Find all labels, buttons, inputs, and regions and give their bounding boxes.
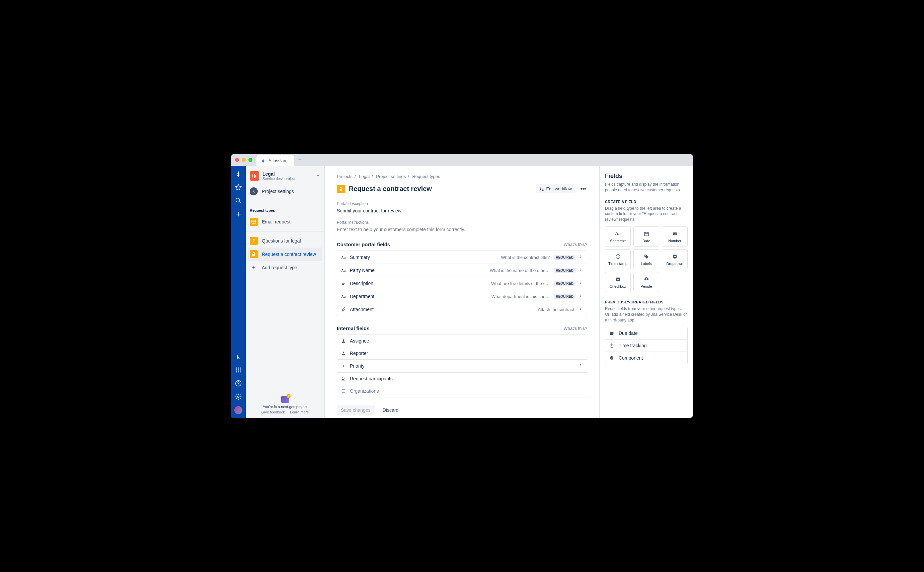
field-type-checkbox[interactable]: Checkbox [605,272,631,292]
breadcrumb: Projects/ Legal/ Project settings/ Reque… [337,174,587,179]
sidebar-contract-review[interactable]: Request a contract review [248,247,323,261]
give-feedback-link[interactable]: Give feedback [262,410,285,414]
prev-field-row[interactable]: Due date [605,327,687,339]
customer-fields-list: Aa Summary What is the contract title? R… [337,250,587,316]
project-name: Legal [262,171,312,177]
star-icon[interactable] [234,183,242,191]
prev-field-row[interactable]: Time tracking [605,339,687,352]
whats-this-link[interactable]: What's this? [564,326,587,331]
portal-description-text[interactable]: Submit your contract for review. [337,208,587,213]
field-type-date[interactable]: Date [633,227,659,247]
jira-logo-icon[interactable] [234,170,242,178]
svg-point-51 [610,345,613,348]
person-icon [341,339,347,343]
prev-field-row[interactable]: Component [605,352,687,364]
minimize-window-button[interactable] [242,158,246,162]
prev-field-name: Component [619,355,643,361]
field-row[interactable]: Attachment Attach the contract [337,303,587,316]
svg-point-44 [645,255,646,256]
notifications-icon[interactable] [234,353,242,361]
settings-icon[interactable] [234,393,242,401]
prev-field-name: Time tracking [619,343,647,348]
page-title: Request a contract review [349,185,532,193]
create-icon[interactable] [234,210,242,218]
field-row[interactable]: Aa Department What department is this co… [337,290,587,303]
field-row[interactable]: Assignee [337,335,587,347]
field-type-people[interactable]: People [633,272,659,292]
field-type-short-text[interactable]: Aa Short text [605,227,631,247]
sidebar-email-request[interactable]: Email request [246,215,324,228]
field-row[interactable]: Request participants [337,373,587,385]
maximize-window-button[interactable] [248,158,252,162]
field-name: Request participants [350,376,393,381]
field-type-timestamp[interactable]: Time stamp [605,249,631,269]
sidebar-questions-legal[interactable]: ? Questions for legal [246,234,324,247]
action-buttons: Save changes Discard [337,401,587,416]
sidebar-add-request-type[interactable]: Add request type [246,261,324,274]
svg-rect-50 [610,332,614,333]
crumb-legal[interactable]: Legal [359,174,369,179]
portal-description-label: Portal description [337,201,587,206]
crumb-types[interactable]: Request types [412,174,440,179]
internal-fields-list: Assignee Reporter Priority Reques [337,334,587,397]
people-icon [341,376,347,381]
sidebar-item-label: Questions for legal [262,238,301,244]
clock-icon [607,253,629,260]
sidebar-project-settings[interactable]: Project settings [246,185,324,198]
svg-point-8 [238,369,239,370]
project-switcher[interactable]: Legal Service desk project [246,166,324,185]
field-type-labels[interactable]: Labels [633,249,659,269]
crumb-settings[interactable]: Project settings [376,174,406,179]
portal-instructions-placeholder[interactable]: Enter text to help your customers comple… [337,227,587,232]
field-type-number[interactable]: 123 Number [662,227,688,247]
nextgen-label: You're in a next-gen project [250,405,320,409]
sidebar-item-label: Email request [262,219,291,224]
field-help: What department is this con… [480,294,554,299]
field-row[interactable]: Aa Party Name What is the name of the ot… [337,264,587,277]
new-tab-button[interactable]: + [298,157,302,163]
field-row[interactable]: Aa Summary What is the contract title? R… [337,251,587,264]
save-button[interactable]: Save changes [337,406,375,415]
svg-rect-24 [340,189,342,190]
field-type-label: People [635,284,658,288]
svg-rect-18 [256,175,256,178]
request-types-header: Request types [246,204,324,215]
field-row[interactable]: Description What are the details of the … [337,277,587,290]
panel-description: Fields capture and display the informati… [605,182,688,193]
page-title-row: Request a contract review Edit workflow … [337,184,587,193]
chevron-right-icon [578,363,583,369]
field-name: Reporter [350,351,387,356]
field-row[interactable]: Reporter [337,347,587,360]
portal-instructions-label: Portal instructions [337,220,587,225]
chevron-down-icon [316,173,320,179]
svg-point-5 [238,368,239,368]
whats-this-link[interactable]: What's this? [564,242,587,247]
attachment-icon [341,307,347,312]
more-actions-button[interactable]: ••• [579,185,587,193]
crumb-projects[interactable]: Projects [337,174,352,179]
field-row[interactable]: Priority [337,360,587,373]
discard-button[interactable]: Discard [379,406,402,415]
edit-workflow-button[interactable]: Edit workflow [536,184,575,193]
field-type-label: Checkbox [607,284,629,288]
chevron-right-icon [578,293,583,299]
required-badge: REQUIRED [554,268,575,273]
workflow-icon [539,187,544,191]
browser-tab[interactable]: Atlassian [256,155,294,166]
svg-rect-17 [254,174,255,178]
learn-more-link[interactable]: Learn more [290,410,309,414]
prev-fields-sub: Reuse fields from your other request typ… [605,306,688,323]
field-row[interactable]: Organizations [337,385,587,397]
app-switcher-icon[interactable] [234,366,242,374]
field-type-dropdown[interactable]: Dropdown [662,249,688,269]
field-name: Attachment [350,307,387,312]
svg-point-32 [343,377,344,379]
help-icon[interactable] [234,379,242,387]
dropdown-icon [664,253,686,260]
user-avatar[interactable] [234,406,242,414]
search-icon[interactable] [234,197,242,205]
tab-title: Atlassian [268,158,286,163]
text-field-icon: Aa [341,268,347,272]
svg-rect-34 [342,389,345,392]
close-window-button[interactable] [235,158,239,162]
